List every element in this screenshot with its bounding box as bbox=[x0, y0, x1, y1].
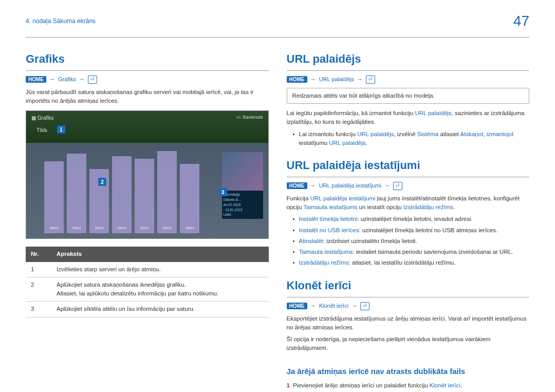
cell-nr: 2 bbox=[26, 277, 51, 302]
arrow-icon: → bbox=[310, 76, 316, 82]
screenshot-status: ▭ Savienots bbox=[236, 114, 263, 121]
text: Lai izmantotu funkciju bbox=[299, 131, 358, 137]
crumb-link: URL palaidējs bbox=[319, 76, 354, 82]
option-label: Atinstalēt bbox=[299, 238, 323, 244]
info-panel: Informācija Datums & ... An-07-2019 - 13… bbox=[222, 191, 263, 219]
enter-icon: ⏎ bbox=[360, 302, 369, 310]
page-number: 47 bbox=[513, 10, 529, 32]
body-text: Funkcija URL palaidēja iestatījumi ļauj … bbox=[287, 194, 530, 212]
cell-desc: Aplūkojiet sīktēla attēlu un īsu informā… bbox=[51, 302, 269, 317]
bar: Wed bbox=[135, 159, 154, 233]
cell-nr: 3 bbox=[26, 302, 51, 317]
list-item: Atinstalēt: izdzēsiet uzinstalēto tīmekļ… bbox=[293, 237, 530, 246]
list-item: Instalēt no USB ierīces: uzinstalējiet t… bbox=[293, 226, 530, 235]
info-line: Laiks bbox=[224, 212, 262, 217]
crumb-link: Grafiks bbox=[58, 76, 76, 82]
text: un iestatīt opciju bbox=[357, 204, 403, 210]
enter-icon: ⏎ bbox=[393, 182, 402, 190]
info-line: Datums & ... bbox=[224, 197, 262, 202]
bar: Wed bbox=[112, 156, 132, 233]
intro-text: Jūs varat pārbaudīt satura atskaņošanas … bbox=[26, 88, 269, 106]
inline-link: Taimauta iestatījums bbox=[304, 204, 358, 210]
home-badge: HOME bbox=[287, 182, 307, 189]
list-item: Taimauta iestatījums: iestatiet taimauta… bbox=[293, 248, 530, 256]
arrow-icon: → bbox=[384, 182, 390, 189]
schedule-screenshot: Grafiks ▭ Savienots Tīkls 1 Wed Wed Wed … bbox=[26, 110, 269, 239]
option-text: : izdzēsiet uzinstalēto tīmekļa lietoti. bbox=[323, 238, 417, 244]
step-number: 1 bbox=[287, 382, 290, 388]
option-label: Taimauta iestatījums bbox=[299, 249, 353, 255]
breadcrumb-grafiks: HOME → Grafiks → ⏎ bbox=[26, 75, 269, 84]
table-row: 3 Aplūkojiet sīktēla attēlu un īsu infor… bbox=[26, 302, 269, 317]
text: atlasiet bbox=[438, 131, 460, 137]
info-line: An-07-2019 bbox=[224, 202, 262, 208]
text: . bbox=[453, 204, 455, 210]
callout-1: 1 bbox=[57, 125, 65, 134]
screenshot-title: Grafiks bbox=[31, 114, 53, 122]
table-row: 2 Aplūkojiet satura atskaņošanas iknedēļ… bbox=[26, 277, 269, 302]
note-box: Redzamais attēls var būt atšķirīgs atkar… bbox=[287, 88, 530, 104]
bar: Wed bbox=[157, 151, 177, 233]
home-badge: HOME bbox=[26, 76, 46, 83]
inline-link: URL palaidēja iestatījumi bbox=[310, 195, 376, 201]
arrow-icon: → bbox=[310, 182, 316, 189]
bar: Wed bbox=[67, 154, 86, 233]
breadcrumb-url: HOME → URL palaidējs → ⏎ bbox=[287, 75, 530, 84]
description-table: Nr. Apraksts 1 Izvēlieties starp serveri… bbox=[26, 247, 269, 317]
bars-area: Wed Wed Wed Wed Wed Wed Wed bbox=[44, 142, 217, 233]
section-title-clone: Klonēt ierīci bbox=[287, 277, 530, 294]
arrow-icon: → bbox=[310, 303, 316, 309]
section-divider bbox=[287, 177, 530, 177]
enter-icon: ⏎ bbox=[88, 76, 97, 84]
option-text: : iestatiet taimauta periodu savienojuma… bbox=[353, 249, 513, 255]
body-text: Lai iegūtu papildinformāciju, kā izmanto… bbox=[287, 109, 530, 127]
list-item: Izstrādātāju režīms: atlasiet, lai iesta… bbox=[293, 258, 530, 267]
arrow-icon: → bbox=[79, 76, 85, 82]
text: , izvēlnē bbox=[394, 131, 417, 137]
chapter-label: 4. nodaļa Sākuma ekrāns bbox=[26, 16, 96, 26]
arrow-icon: → bbox=[351, 303, 357, 309]
crumb-link: URL palaidēja iestatījumi bbox=[319, 182, 381, 189]
home-badge: HOME bbox=[287, 303, 307, 309]
crumb-link: Klonēt ierīci bbox=[319, 303, 348, 309]
section-title-grafiks: Grafiks bbox=[26, 50, 269, 67]
arrow-icon: → bbox=[357, 76, 363, 82]
th-desc: Apraksts bbox=[51, 247, 269, 262]
info-line: - 13.01.2019 bbox=[224, 208, 262, 213]
text: Lai iegūtu papildinformāciju, kā izmanto… bbox=[287, 110, 415, 116]
text: . bbox=[365, 140, 367, 146]
table-row: 1 Izvēlieties starp serveri un ārējo atm… bbox=[26, 262, 269, 277]
inline-link: URL palaidējs bbox=[357, 131, 394, 137]
option-label: Izstrādātāju režīms bbox=[299, 259, 349, 266]
list-item: Instalēt tīmekļa lietotni: uzinstalējiet… bbox=[293, 215, 530, 223]
header-divider bbox=[26, 37, 529, 38]
inline-link: Sistēma bbox=[417, 131, 439, 137]
cell-desc: Aplūkojiet satura atskaņošanas iknedēļas… bbox=[51, 277, 269, 302]
left-column: Grafiks HOME → Grafiks → ⏎ Jūs varat pār… bbox=[26, 50, 269, 392]
text: iestatījumu bbox=[299, 140, 329, 146]
text: Funkcija bbox=[287, 195, 310, 201]
inline-link: Izstrādātāju režīms bbox=[403, 204, 453, 210]
callout-3: 3 bbox=[219, 188, 227, 196]
th-nr: Nr. bbox=[26, 247, 51, 262]
section-title-url-settings: URL palaidēja iestatījumi bbox=[287, 157, 530, 174]
text: . bbox=[460, 382, 462, 388]
text: Pievienojiet ārējo atmiņas ierīci un pal… bbox=[293, 382, 430, 388]
option-text: : uzinstalējiet tīmekļa lietotni no USB … bbox=[359, 227, 497, 233]
body-text: Šī opcija ir noderīga, ja nepieciešams p… bbox=[287, 335, 530, 353]
section-title-url: URL palaidējs bbox=[287, 50, 530, 67]
inline-link: URL palaidējs bbox=[415, 110, 451, 116]
inline-link: URL palaidējs bbox=[329, 140, 365, 146]
callout-2: 2 bbox=[98, 178, 106, 186]
section-divider bbox=[287, 70, 530, 71]
option-text: : uzinstalējiet tīmekļa lietotni, ievado… bbox=[357, 216, 472, 222]
list-item: Lai izmantotu funkciju URL palaidējs, iz… bbox=[293, 130, 530, 148]
section-divider bbox=[287, 297, 530, 297]
cell-desc: Izvēlieties starp serveri un ārējo atmiņ… bbox=[51, 262, 269, 277]
right-column: URL palaidējs HOME → URL palaidējs → ⏎ R… bbox=[287, 50, 530, 392]
section-divider bbox=[26, 70, 269, 71]
option-label: Instalēt no USB ierīces bbox=[299, 227, 359, 233]
breadcrumb-clone: HOME → Klonēt ierīci → ⏎ bbox=[287, 302, 530, 310]
enter-icon: ⏎ bbox=[366, 76, 375, 84]
inline-link: Klonēt ierīci bbox=[430, 382, 460, 388]
